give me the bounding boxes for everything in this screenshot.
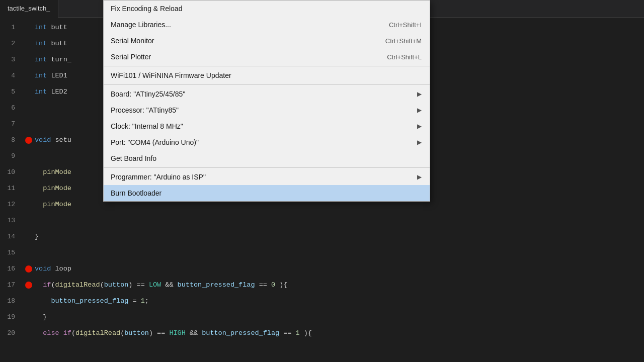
code-line: 18 button_pressed_flag = 1; — [0, 293, 644, 309]
menu-item-processor[interactable]: Processor: "ATtiny85"▶ — [104, 102, 430, 118]
code-line: 19 } — [0, 309, 644, 325]
line-number: 12 — [0, 197, 23, 213]
context-menu: Fix Encoding & ReloadManage Libraries...… — [103, 0, 430, 202]
menu-item-label: Board: "ATtiny25/45/85" — [111, 90, 412, 98]
menu-item-label: Serial Plotter — [111, 53, 372, 61]
code-line: 17 if(digitalRead(button) == LOW && butt… — [0, 277, 644, 293]
line-number: 18 — [0, 293, 23, 309]
menu-item-label: Get Board Info — [111, 154, 422, 162]
menu-item-programmer[interactable]: Programmer: "Arduino as ISP"▶ — [104, 169, 430, 185]
menu-item-label: Manage Libraries... — [111, 21, 374, 29]
menu-separator — [104, 84, 430, 85]
breakpoint-dot — [25, 137, 32, 144]
line-content: } — [35, 309, 47, 325]
line-number: 9 — [0, 148, 23, 164]
editor-tab[interactable]: tactile_switch_ — [0, 0, 58, 18]
line-content: pinMode — [35, 164, 71, 180]
menu-item-burn-bootloader[interactable]: Burn Bootloader — [104, 185, 430, 201]
submenu-arrow-icon: ▶ — [417, 107, 422, 114]
line-number: 2 — [0, 36, 23, 52]
line-number: 6 — [0, 100, 23, 116]
code-line: 13 — [0, 213, 644, 229]
menu-item-wifi-updater[interactable]: WiFi101 / WiFiNINA Firmware Updater — [104, 67, 430, 83]
line-number: 14 — [0, 229, 23, 245]
line-content: pinMode — [35, 180, 71, 197]
menu-item-get-board-info[interactable]: Get Board Info — [104, 150, 430, 166]
line-content: void loop — [35, 261, 71, 277]
menu-separator — [104, 167, 430, 168]
line-content: int LED1 — [35, 68, 67, 84]
line-content: void setu — [35, 132, 71, 148]
menu-item-serial-monitor[interactable]: Serial MonitorCtrl+Shift+M — [104, 33, 430, 49]
line-content: if(digitalRead(button) == LOW && button_… — [35, 277, 287, 293]
submenu-arrow-icon: ▶ — [417, 139, 422, 146]
menu-item-label: Port: "COM4 (Arduino Uno)" — [111, 138, 412, 146]
line-content: } — [35, 229, 39, 245]
line-content: int LED2 — [35, 84, 67, 100]
line-content: else if(digitalRead(button) == HIGH && b… — [35, 325, 312, 341]
menu-item-shortcut: Ctrl+Shift+M — [385, 37, 422, 45]
line-content: pinMode — [35, 197, 71, 213]
line-number: 1 — [0, 20, 23, 36]
code-line: 20 else if(digitalRead(button) == HIGH &… — [0, 325, 644, 341]
line-number: 10 — [0, 164, 23, 180]
code-line: 14} — [0, 229, 644, 245]
menu-item-label: Programmer: "Arduino as ISP" — [111, 173, 412, 181]
menu-separator — [104, 66, 430, 66]
menu-item-label: Clock: "Internal 8 MHz" — [111, 122, 412, 130]
menu-item-label: Burn Bootloader — [111, 189, 422, 197]
menu-item-shortcut: Ctrl+Shift+L — [387, 53, 422, 61]
breakpoint-dot — [25, 282, 32, 289]
submenu-arrow-icon: ▶ — [417, 90, 422, 98]
line-content: int butt — [35, 20, 67, 36]
menu-item-label: Fix Encoding & Reload — [111, 5, 422, 13]
line-content: int turn_ — [35, 52, 71, 68]
menu-item-label: Serial Monitor — [111, 37, 370, 45]
menu-item-manage-libs[interactable]: Manage Libraries...Ctrl+Shift+I — [104, 17, 430, 33]
line-number: 7 — [0, 116, 23, 132]
line-number: 11 — [0, 180, 23, 197]
code-line: 16void loop — [0, 261, 644, 277]
line-number: 5 — [0, 84, 23, 100]
line-number: 15 — [0, 245, 23, 261]
line-number: 4 — [0, 68, 23, 84]
line-number: 16 — [0, 261, 23, 277]
submenu-arrow-icon: ▶ — [417, 173, 422, 180]
line-number: 17 — [0, 277, 23, 293]
breakpoint-dot — [25, 265, 32, 273]
line-number: 8 — [0, 132, 23, 148]
menu-item-label: Processor: "ATtiny85" — [111, 106, 412, 114]
menu-item-board[interactable]: Board: "ATtiny25/45/85"▶ — [104, 86, 430, 102]
submenu-arrow-icon: ▶ — [417, 123, 422, 130]
code-line: 15 — [0, 245, 644, 261]
menu-item-serial-plotter[interactable]: Serial PlotterCtrl+Shift+L — [104, 49, 430, 65]
line-number: 13 — [0, 213, 23, 229]
line-number: 20 — [0, 325, 23, 341]
line-number: 19 — [0, 309, 23, 325]
menu-item-clock[interactable]: Clock: "Internal 8 MHz"▶ — [104, 118, 430, 134]
menu-item-port[interactable]: Port: "COM4 (Arduino Uno)"▶ — [104, 134, 430, 150]
line-number: 3 — [0, 52, 23, 68]
menu-item-shortcut: Ctrl+Shift+I — [389, 21, 422, 29]
menu-item-label: WiFi101 / WiFiNINA Firmware Updater — [111, 71, 422, 79]
menu-item-fix-encoding[interactable]: Fix Encoding & Reload — [104, 1, 430, 17]
line-content: button_pressed_flag = 1; — [35, 293, 149, 309]
line-content: int butt — [35, 36, 67, 52]
